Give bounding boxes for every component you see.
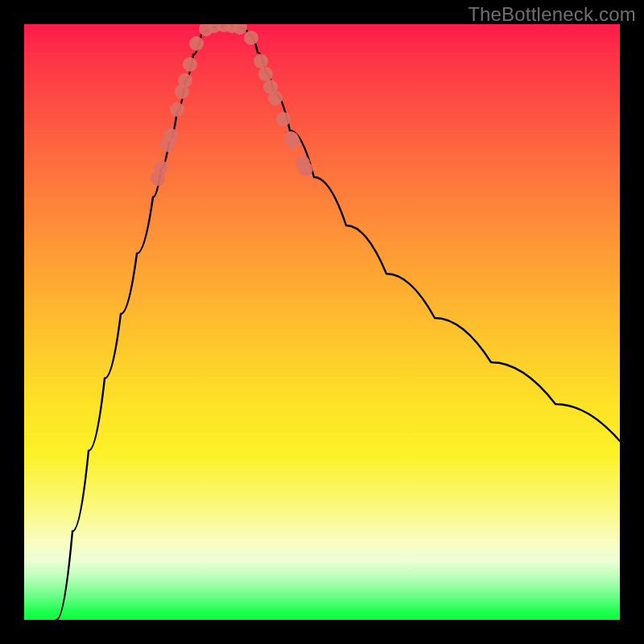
marker-dot xyxy=(233,24,247,35)
watermark-text: TheBottleneck.com xyxy=(468,3,636,26)
marker-dot xyxy=(295,155,310,170)
marker-dot xyxy=(284,131,299,146)
marker-dot xyxy=(160,138,175,152)
marker-dot xyxy=(258,67,273,81)
marker-dot xyxy=(189,36,204,51)
marker-group xyxy=(151,24,313,186)
marker-dot xyxy=(276,112,291,126)
marker-dot xyxy=(268,91,283,105)
plot-area xyxy=(24,24,620,620)
marker-dot xyxy=(299,162,313,176)
marker-dot xyxy=(286,134,300,149)
marker-dot xyxy=(225,24,239,33)
marker-dot xyxy=(151,171,165,186)
marker-dot xyxy=(217,24,231,32)
marker-dot xyxy=(175,85,189,99)
marker-dot xyxy=(178,73,192,88)
curve-valley-floor xyxy=(203,26,248,32)
marker-dot xyxy=(199,24,213,36)
marker-dot xyxy=(163,128,178,142)
marker-dot xyxy=(263,80,278,94)
marker-dot xyxy=(254,54,268,68)
curve-left-branch xyxy=(56,35,201,620)
curve-group xyxy=(56,26,620,620)
curve-svg xyxy=(24,24,620,620)
marker-dot xyxy=(244,31,258,45)
chart-stage: TheBottleneck.com xyxy=(0,0,644,644)
curve-right-branch xyxy=(250,35,620,441)
marker-dot xyxy=(207,24,221,33)
marker-dot xyxy=(154,160,168,175)
marker-dot xyxy=(170,102,184,117)
marker-dot xyxy=(183,57,197,72)
